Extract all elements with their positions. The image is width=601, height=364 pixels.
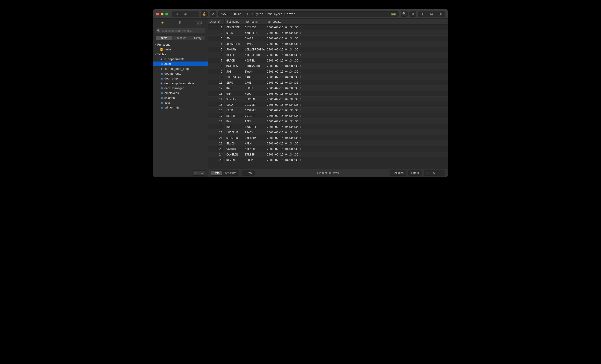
cell-first-name[interactable]: GRACE <box>224 58 243 63</box>
cell-actor-id[interactable]: 15 <box>208 102 224 107</box>
tree-item-table[interactable]: ▦titles <box>153 100 208 105</box>
cell-last-update[interactable]: 2006-02-15 04:34:33▴▾ <box>265 130 301 135</box>
stepper-icon[interactable]: ▴▾ <box>300 87 301 90</box>
cell-actor-id[interactable]: 12 <box>208 85 224 91</box>
cell-last-name[interactable]: GABLE <box>243 74 265 80</box>
table-row[interactable]: 11ZEROCAGE2006-02-15 04:34:33▴▾ <box>208 80 448 85</box>
stepper-icon[interactable]: ▴▾ <box>300 92 301 95</box>
column-header-last-name[interactable]: last_name <box>243 19 265 24</box>
tree-item-table[interactable]: ▦salaries <box>153 95 208 100</box>
grid-button[interactable]: ▦ <box>410 11 416 17</box>
stepper-icon[interactable]: ▴▾ <box>300 153 301 156</box>
cell-actor-id[interactable]: 6 <box>208 52 224 58</box>
cell-first-name[interactable]: DAN <box>224 119 243 124</box>
stepper-icon[interactable]: ▴▾ <box>300 43 301 45</box>
cell-last-update[interactable]: 2006-02-15 04:34:33▴▾ <box>265 47 301 52</box>
grid-body[interactable]: 1PENELOPEGUINESS2006-02-15 04:34:33▴▾2NI… <box>208 25 448 169</box>
cell-first-name[interactable]: VIVIEN <box>224 97 243 102</box>
columns-button[interactable]: Columns <box>390 171 406 176</box>
cell-first-name[interactable]: CAMERON <box>224 152 243 157</box>
cell-actor-id[interactable]: 18 <box>208 119 224 124</box>
cell-actor-id[interactable]: 22 <box>208 141 224 146</box>
sidebar-search-input[interactable] <box>162 29 204 32</box>
cell-actor-id[interactable]: 21 <box>208 135 224 141</box>
filters-button[interactable]: Filters <box>408 171 422 176</box>
cell-last-name[interactable]: FAWCETT <box>243 124 265 130</box>
cell-actor-id[interactable]: 14 <box>208 97 224 102</box>
cell-first-name[interactable]: KARL <box>224 85 243 91</box>
cell-actor-id[interactable]: 17 <box>208 113 224 118</box>
table-row[interactable]: 14VIVIENBERGEN2006-02-15 04:34:33▴▾ <box>208 97 448 102</box>
prev-page-button[interactable]: ‹ <box>424 171 431 176</box>
cell-last-name[interactable]: BLOOM <box>243 157 265 163</box>
tree-item-table[interactable]: ▦departments <box>153 71 208 76</box>
sidebar-tab-history[interactable]: History <box>189 36 205 40</box>
cell-actor-id[interactable]: 25 <box>208 157 224 163</box>
cell-first-name[interactable]: LUCILLE <box>224 130 243 135</box>
tree-item-table[interactable]: ▦employees <box>153 91 208 95</box>
cell-last-update[interactable]: 2006-02-15 04:34:33▴▾ <box>265 157 301 163</box>
table-row[interactable]: 15CUBAOLIVIER2006-02-15 04:34:33▴▾ <box>208 102 448 108</box>
tree-item-table[interactable]: ▦dept_emp <box>153 76 208 81</box>
cell-actor-id[interactable]: 20 <box>208 130 224 135</box>
table-row[interactable]: 22ELVISMARX2006-02-15 04:34:33▴▾ <box>208 141 448 146</box>
cell-last-name[interactable]: JOHANSSON <box>243 63 265 69</box>
cell-last-name[interactable]: TRACY <box>243 130 265 135</box>
cell-first-name[interactable]: JOE <box>224 69 243 74</box>
cell-last-name[interactable]: OLIVIER <box>243 102 265 107</box>
minimize-window-button[interactable] <box>161 13 163 15</box>
table-row[interactable]: 10CHRISTIANGABLE2006-02-15 04:34:33▴▾ <box>208 74 448 80</box>
stepper-icon[interactable]: ▴▾ <box>300 126 301 128</box>
stepper-icon[interactable]: ▴▾ <box>300 98 301 101</box>
cell-actor-id[interactable]: 5 <box>208 47 224 52</box>
cell-first-name[interactable]: ZERO <box>224 80 243 85</box>
tree-item-table[interactable]: ◉current_dept_emp <box>153 66 208 71</box>
column-header-first-name[interactable]: first_name <box>224 19 243 24</box>
search-button[interactable]: 🔍 <box>401 11 408 17</box>
maximize-window-button[interactable] <box>165 13 168 15</box>
cell-last-update[interactable]: 2006-02-15 04:34:33▴▾ <box>265 30 301 35</box>
cell-last-name[interactable]: MOSTEL <box>243 58 265 63</box>
stepper-icon[interactable]: ▴▾ <box>300 48 301 51</box>
tree-section-tables[interactable]: Tables <box>153 52 208 57</box>
cell-first-name[interactable]: JENNIFER <box>224 41 243 47</box>
cell-last-update[interactable]: 2006-02-15 04:34:33▴▾ <box>265 141 301 146</box>
cell-last-name[interactable]: TORN <box>243 119 265 124</box>
cell-last-update[interactable]: 2006-02-15 04:34:33▴▾ <box>265 146 301 152</box>
cell-actor-id[interactable]: 16 <box>208 108 224 113</box>
cell-last-name[interactable]: CAGE <box>243 80 265 85</box>
stepper-icon[interactable]: ▴▾ <box>300 81 301 84</box>
refresh-button[interactable]: ⟳ <box>210 11 216 17</box>
cell-last-update[interactable]: 2006-02-15 04:34:33▴▾ <box>265 41 301 47</box>
cell-actor-id[interactable]: 13 <box>208 91 224 96</box>
cell-first-name[interactable]: NICK <box>224 30 243 35</box>
table-row[interactable]: 18DANTORN2006-02-15 04:34:33▴▾ <box>208 119 448 124</box>
table-row[interactable]: 12KARLBERRY2006-02-15 04:34:33▴▾ <box>208 85 448 91</box>
cell-actor-id[interactable]: 1 <box>208 25 224 30</box>
cell-last-name[interactable]: BERRY <box>243 85 265 91</box>
table-row[interactable]: 7GRACEMOSTEL2006-02-15 04:34:33▴▾ <box>208 58 448 63</box>
cell-last-update[interactable]: 2006-02-15 04:34:33▴▾ <box>265 74 301 80</box>
cell-first-name[interactable]: HELEN <box>224 113 243 118</box>
cell-first-name[interactable]: CHRISTIAN <box>224 74 243 80</box>
cell-actor-id[interactable]: 19 <box>208 124 224 130</box>
tree-item-table[interactable]: ▦url_formats <box>153 105 208 110</box>
cell-last-update[interactable]: 2006-02-15 04:34:33▴▾ <box>265 97 301 102</box>
cell-last-update[interactable]: 2006-02-15 04:34:33▴▾ <box>265 25 301 30</box>
cell-last-update[interactable]: 2006-02-15 04:34:33▴▾ <box>265 63 301 69</box>
cell-last-update[interactable]: 2006-02-15 04:34:33▴▾ <box>265 58 301 63</box>
cell-last-name[interactable]: VOIGHT <box>243 113 265 118</box>
cell-last-name[interactable]: NICHOLSON <box>243 52 265 58</box>
sidebar-tab-items[interactable]: Items <box>156 36 172 40</box>
sidebar-mode-connection[interactable]: ⚡ <box>154 20 170 26</box>
list-button[interactable]: ☰ <box>190 11 199 17</box>
cell-first-name[interactable]: BETTE <box>224 52 243 58</box>
stop-button[interactable]: ⊘ <box>172 11 181 17</box>
cell-first-name[interactable]: BOB <box>224 124 243 130</box>
column-header-last-update[interactable]: last_update <box>265 19 301 24</box>
cell-last-update[interactable]: 2006-02-15 04:34:33▴▾ <box>265 80 301 85</box>
cell-actor-id[interactable]: 8 <box>208 63 224 69</box>
cell-last-name[interactable]: DAVIS <box>243 41 265 47</box>
table-row[interactable]: 9JOESWANK2006-02-15 04:34:33▴▾ <box>208 69 448 74</box>
cell-first-name[interactable]: UMA <box>224 91 243 96</box>
